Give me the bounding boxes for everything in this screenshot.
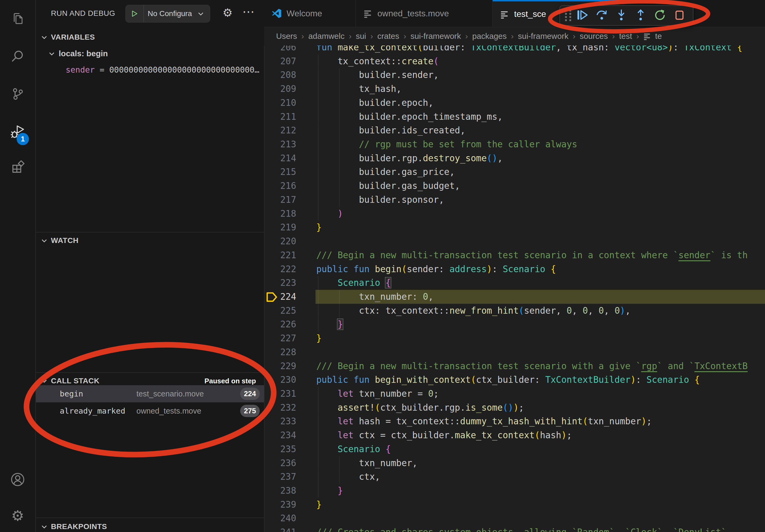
line-number[interactable]: 220 <box>264 234 296 248</box>
code-token[interactable]: address <box>449 264 487 274</box>
code-text[interactable]: txn_number: 0, <box>316 290 433 304</box>
code-line-229[interactable]: 229/// Begin a new multi-transaction tes… <box>264 359 765 373</box>
code-line-228[interactable]: 228 <box>264 345 765 359</box>
code-line-240[interactable]: 240 <box>264 511 765 525</box>
code-token[interactable]: ) <box>513 402 519 413</box>
line-number[interactable]: 229 <box>264 359 296 373</box>
line-number[interactable]: 226 <box>264 317 296 331</box>
code-token[interactable]: TxContextBuilder <box>545 375 630 385</box>
code-token[interactable]: builder.sponsor, <box>359 194 444 205</box>
code-line-207[interactable]: 207tx_context::create( <box>264 54 765 68</box>
code-token[interactable]: let <box>338 430 359 440</box>
drag-handle[interactable] <box>564 9 573 22</box>
code-token[interactable]: builder.epoch, <box>359 98 433 108</box>
code-token[interactable]: ) <box>487 264 492 274</box>
code-token[interactable]: tx_hash, <box>359 84 401 94</box>
code-text[interactable]: let txn_number = 0; <box>316 387 439 401</box>
variable-row-sender[interactable]: sender = 000000000000000000000000000000… <box>36 62 264 78</box>
code-token[interactable]: , <box>588 305 598 316</box>
code-token[interactable]: } <box>316 333 322 344</box>
code-text[interactable]: let ctx = ctx_builder.make_tx_context(ha… <box>316 428 572 442</box>
code-token[interactable]: , <box>497 153 503 163</box>
code-line-209[interactable]: 209tx_hash, <box>264 82 765 96</box>
code-token[interactable]: sender, <box>524 305 567 316</box>
activity-item-accounts[interactable] <box>0 466 35 493</box>
code-token[interactable]: ; <box>433 389 439 399</box>
code-token[interactable]: ) <box>620 305 625 316</box>
code-token[interactable]: 0 <box>598 305 604 316</box>
code-token[interactable]: `, ` <box>657 527 678 532</box>
code-token[interactable]: 0 <box>423 291 428 302</box>
breadcrumb-item[interactable]: crates <box>378 32 399 41</box>
code-text[interactable]: builder.sender, <box>316 68 439 82</box>
restart-button[interactable] <box>650 8 670 24</box>
line-number[interactable]: 236 <box>264 456 296 470</box>
code-token[interactable]: Scenario <box>338 444 385 454</box>
step-over-button[interactable] <box>592 8 611 24</box>
tab-owned-tests[interactable]: owned_tests.move <box>356 0 493 27</box>
breadcrumb-item[interactable]: test <box>619 32 632 41</box>
line-number[interactable]: 214 <box>264 151 296 165</box>
line-number[interactable]: 219 <box>264 220 296 234</box>
breadcrumb-item[interactable]: sources <box>580 32 608 41</box>
code-token[interactable]: builder.rgp. <box>359 153 423 163</box>
code-token[interactable]: /// Creates and shares system objects, a… <box>316 527 577 532</box>
code-line-241[interactable]: 241/// Creates and shares system objects… <box>264 525 765 532</box>
code-token[interactable]: () <box>487 153 497 163</box>
code-line-234[interactable]: 234let ctx = ctx_builder.make_tx_context… <box>264 428 765 442</box>
code-token[interactable]: 0 <box>428 389 433 399</box>
code-token[interactable]: ) <box>561 430 567 440</box>
code-token[interactable]: } <box>338 319 343 330</box>
code-token[interactable]: ( <box>519 305 524 316</box>
activity-item-run-and-debug[interactable]: 1 <box>0 118 35 145</box>
code-line-235[interactable]: 235Scenario { <box>264 442 765 456</box>
line-number[interactable]: 225 <box>264 304 296 318</box>
code-line-236[interactable]: 236txn_number, <box>264 456 765 470</box>
code-token[interactable]: 0 <box>567 305 572 316</box>
code-line-230[interactable]: 230public fun begin_with_context(ctx_bui… <box>264 373 765 387</box>
code-token[interactable]: ( <box>582 416 588 426</box>
code-token[interactable]: ) <box>338 208 343 219</box>
code-token[interactable]: tx_context:: <box>338 56 401 67</box>
line-number[interactable]: 239 <box>264 498 296 512</box>
line-number[interactable]: 232 <box>264 401 296 415</box>
code-token[interactable]: ( <box>471 375 476 385</box>
code-token[interactable]: } <box>338 485 343 496</box>
line-number[interactable]: 218 <box>264 207 296 221</box>
line-number[interactable]: 215 <box>264 165 296 179</box>
code-line-210[interactable]: 210builder.epoch, <box>264 96 765 110</box>
code-token[interactable]: ( <box>535 430 540 440</box>
code-token[interactable]: , <box>572 305 583 316</box>
code-token[interactable]: Clock <box>630 527 657 532</box>
code-token[interactable]: ctx_builder.rgp. <box>380 402 465 413</box>
code-token[interactable]: txn_number, <box>359 458 417 468</box>
code-token[interactable]: begin_with_context <box>375 375 471 385</box>
line-number[interactable]: 221 <box>264 248 296 262</box>
code-text[interactable]: builder.gas_budget, <box>316 179 460 193</box>
code-text[interactable]: /// Creates and shares system objects, a… <box>316 525 726 532</box>
code-line-219[interactable]: 219} <box>264 220 765 234</box>
code-token[interactable]: () <box>502 402 513 413</box>
code-token[interactable]: let <box>338 389 359 399</box>
code-text[interactable]: builder.epoch_timestamp_ms, <box>316 110 502 124</box>
code-line-237[interactable]: 237ctx, <box>264 470 765 484</box>
activity-item-source-control[interactable] <box>0 80 35 107</box>
code-token[interactable]: sender: <box>407 264 449 274</box>
code-token[interactable]: ; <box>519 402 524 413</box>
debug-settings-gear-button[interactable]: ⚙ <box>218 3 237 22</box>
line-number[interactable]: 208 <box>264 68 296 82</box>
activity-item-settings[interactable]: ⚙ <box>0 502 35 529</box>
activity-item-explorer[interactable] <box>0 5 35 32</box>
code-token[interactable]: dummy_tx_hash_with_hint <box>460 416 582 426</box>
code-line-216[interactable]: 216builder.gas_budget, <box>264 179 765 193</box>
configuration-dropdown[interactable]: No Configura <box>144 9 195 18</box>
code-text[interactable]: Scenario { <box>316 442 391 456</box>
code-token[interactable]: : <box>492 264 503 274</box>
line-number[interactable]: 234 <box>264 428 296 442</box>
code-token[interactable]: new_from_hint <box>449 305 519 316</box>
code-token[interactable]: ; <box>567 430 572 440</box>
code-token[interactable]: , <box>604 305 615 316</box>
code-line-227[interactable]: 227} <box>264 331 765 345</box>
line-number[interactable]: 212 <box>264 124 296 137</box>
line-number[interactable]: 211 <box>264 110 296 124</box>
